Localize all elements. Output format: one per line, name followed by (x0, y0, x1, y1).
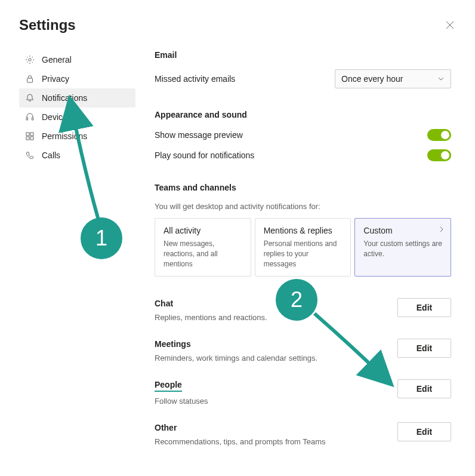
section-title: Chat (155, 299, 173, 308)
annotation-badge-2: 2 (276, 279, 317, 321)
sidebar-item-general[interactable]: General (19, 50, 135, 69)
section-email: Email Missed activity emails Once every … (155, 50, 451, 88)
sidebar-item-devices[interactable]: Devices (19, 108, 135, 127)
svg-rect-4 (26, 137, 29, 140)
close-icon (446, 21, 454, 29)
edit-meetings-button[interactable]: Edit (397, 339, 451, 358)
content: Email Missed activity emails Once every … (155, 50, 456, 463)
sidebar-item-privacy[interactable]: Privacy (19, 69, 135, 88)
edit-other-button[interactable]: Edit (397, 422, 451, 441)
section-title: Teams and channels (155, 183, 451, 192)
sidebar-item-label: Devices (42, 112, 72, 122)
section-title: Email (155, 50, 451, 60)
email-missed-row: Missed activity emails Once every hour (155, 69, 451, 88)
section-desc: Replies, mentions and reactions. (155, 313, 397, 322)
section-title: People (155, 380, 182, 392)
sidebar-item-label: General (42, 55, 72, 65)
page-title: Settings (19, 17, 76, 33)
headphones-icon (25, 112, 35, 122)
preview-row: Show message preview (155, 129, 451, 141)
annotation-badge-1: 1 (81, 217, 122, 259)
row-label: Show message preview (155, 130, 243, 140)
row-label: Play sound for notifications (155, 151, 254, 160)
sidebar-item-calls[interactable]: Calls (19, 146, 135, 165)
card-desc: Your custom settings are active. (363, 239, 442, 259)
sidebar-item-label: Notifications (42, 93, 87, 103)
section-teams: Teams and channels You will get desktop … (155, 183, 451, 277)
card-desc: Personal mentions and replies to your me… (264, 239, 343, 269)
chevron-down-icon (437, 75, 445, 82)
sidebar-item-permissions[interactable]: Permissions (19, 127, 135, 146)
close-button[interactable] (444, 19, 456, 31)
svg-rect-3 (30, 133, 33, 136)
section-other: Other Recommendations, tips, and prompts… (155, 422, 451, 446)
svg-point-0 (29, 59, 31, 61)
section-desc: Follow statuses (155, 397, 397, 406)
card-title: Custom (363, 226, 442, 235)
sound-row: Play sound for notifications (155, 149, 451, 161)
section-title: Other (155, 423, 177, 432)
section-title: Appearance and sound (155, 110, 451, 119)
phone-icon (25, 151, 35, 160)
apps-icon (25, 131, 35, 141)
lock-icon (25, 74, 35, 84)
card-desc: New messages, reactions, and all mention… (164, 239, 242, 269)
sound-toggle[interactable] (427, 149, 451, 161)
section-desc: Reminders, work timings and calendar set… (155, 354, 397, 363)
main-layout: General Privacy Notifications Devices Pe… (19, 50, 456, 463)
svg-rect-1 (27, 78, 33, 82)
sidebar-item-label: Privacy (42, 74, 69, 84)
email-frequency-dropdown[interactable]: Once every hour (335, 69, 451, 88)
section-desc: You will get desktop and activity notifi… (155, 202, 451, 211)
card-title: Mentions & replies (264, 226, 343, 235)
card-mentions[interactable]: Mentions & replies Personal mentions and… (255, 218, 351, 277)
chevron-right-icon (439, 226, 445, 232)
svg-rect-2 (26, 133, 29, 136)
sidebar-item-label: Calls (42, 151, 60, 160)
section-appearance: Appearance and sound Show message previe… (155, 110, 451, 161)
bell-icon (25, 93, 35, 103)
sidebar-item-label: Permissions (42, 131, 87, 141)
sidebar-item-notifications[interactable]: Notifications (19, 88, 135, 108)
preview-toggle[interactable] (427, 129, 451, 141)
section-meetings: Meetings Reminders, work timings and cal… (155, 339, 451, 363)
card-all-activity[interactable]: All activity New messages, reactions, an… (155, 218, 251, 277)
row-label: Missed activity emails (155, 74, 235, 84)
edit-people-button[interactable]: Edit (397, 379, 451, 398)
card-title: All activity (164, 226, 242, 235)
section-title: Meetings (155, 339, 191, 349)
gear-icon (25, 55, 35, 65)
card-custom[interactable]: Custom Your custom settings are active. (354, 218, 451, 277)
edit-chat-button[interactable]: Edit (397, 298, 451, 317)
section-desc: Recommendations, tips, and prompts from … (155, 437, 397, 446)
dropdown-value: Once every hour (341, 74, 403, 84)
svg-rect-5 (30, 137, 33, 140)
sidebar: General Privacy Notifications Devices Pe… (19, 50, 135, 463)
header: Settings (19, 17, 456, 33)
section-people: People Follow statuses Edit (155, 379, 451, 406)
teams-card-row: All activity New messages, reactions, an… (155, 218, 451, 277)
